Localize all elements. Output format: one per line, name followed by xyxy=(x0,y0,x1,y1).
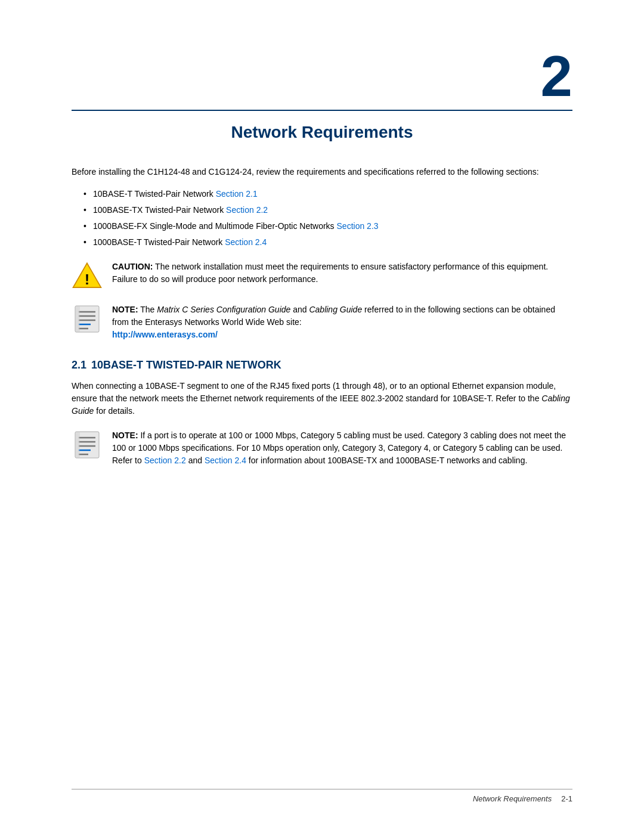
note-1-mid: and xyxy=(290,305,309,314)
note-lines-icon-2 xyxy=(72,429,103,460)
note-box-2: NOTE: If a port is to operate at 100 or … xyxy=(72,429,572,467)
section-2-1-body-end: for details. xyxy=(94,406,134,416)
intro-text: Before installing the C1H124-48 and C1G1… xyxy=(72,166,572,178)
list-item: 10BASE-T Twisted-Pair Network Section 2.… xyxy=(83,188,572,200)
section-2-1-body: When connecting a 10BASE-T segment to on… xyxy=(72,380,572,417)
enterasys-link-text: http://www.enterasys.com/ xyxy=(112,330,218,339)
footer-page: 2-1 xyxy=(561,794,572,803)
note-2-link2[interactable]: Section 2.4 xyxy=(205,456,246,465)
link-section-2-3[interactable]: Section 2.3 xyxy=(337,221,379,231)
section-2-1-heading: 2.110BASE-T TWISTED-PAIR NETWORK xyxy=(72,359,572,371)
link-section-2-4[interactable]: Section 2.4 xyxy=(225,237,267,247)
note-2-link1[interactable]: Section 2.2 xyxy=(144,456,186,465)
link-section-2-1[interactable]: Section 2.1 xyxy=(216,189,258,199)
chapter-rule xyxy=(72,110,572,111)
section-2-1-title: 10BASE-T TWISTED-PAIR NETWORK xyxy=(91,359,281,371)
bullet-text-1: 10BASE-T Twisted-Pair Network xyxy=(93,189,216,199)
bullet-text-4: 1000BASE-T Twisted-Pair Network xyxy=(93,237,225,247)
chapter-title: Network Requirements xyxy=(72,123,572,142)
list-item: 100BASE-TX Twisted-Pair Network Section … xyxy=(83,204,572,216)
note-2-text: NOTE: If a port is to operate at 100 or … xyxy=(112,429,572,467)
list-item: 1000BASE-FX Single-Mode and Multimode Fi… xyxy=(83,220,572,233)
note-1-italic1: Matrix C Series Configuration Guide xyxy=(157,305,290,314)
note-1-text: NOTE: The Matrix C Series Configuration … xyxy=(112,304,572,341)
svg-text:!: ! xyxy=(85,271,89,287)
section-2-1-body-text: When connecting a 10BASE-T segment to on… xyxy=(72,381,556,403)
caution-label: CAUTION: xyxy=(112,262,153,271)
note-2-text2: and xyxy=(186,456,205,465)
section-2-1-number: 2.1 xyxy=(72,359,86,371)
svg-rect-8 xyxy=(75,306,80,332)
warning-triangle-icon: ! xyxy=(72,261,103,292)
note-lines-icon xyxy=(72,304,103,335)
svg-rect-15 xyxy=(75,432,80,458)
caution-box: ! CAUTION: The network installation must… xyxy=(72,261,572,292)
note-1-before: The xyxy=(138,305,157,314)
list-item: 1000BASE-T Twisted-Pair Network Section … xyxy=(83,236,572,249)
note-1-italic2: Cabling Guide xyxy=(309,305,362,314)
bullet-text-3: 1000BASE-FX Single-Mode and Multimode Fi… xyxy=(93,221,337,231)
note-1-label: NOTE: xyxy=(112,305,138,314)
footer-italic: Network Requirements xyxy=(473,794,552,803)
note-2-label: NOTE: xyxy=(112,431,138,440)
note-2-text3: for information about 100BASE-TX and 100… xyxy=(246,456,527,465)
caution-text: CAUTION: The network installation must m… xyxy=(112,261,572,286)
bullet-list: 10BASE-T Twisted-Pair Network Section 2.… xyxy=(83,188,572,249)
page: 2 Network Requirements Before installing… xyxy=(0,0,644,833)
chapter-number: 2 xyxy=(72,48,572,105)
link-section-2-2[interactable]: Section 2.2 xyxy=(226,205,268,215)
note-box-1: NOTE: The Matrix C Series Configuration … xyxy=(72,304,572,341)
bullet-text-2: 100BASE-TX Twisted-Pair Network xyxy=(93,205,226,215)
caution-body: The network installation must meet the r… xyxy=(112,262,548,284)
enterasys-link[interactable]: http://www.enterasys.com/ xyxy=(112,330,218,339)
footer: Network Requirements 2-1 xyxy=(72,789,572,803)
